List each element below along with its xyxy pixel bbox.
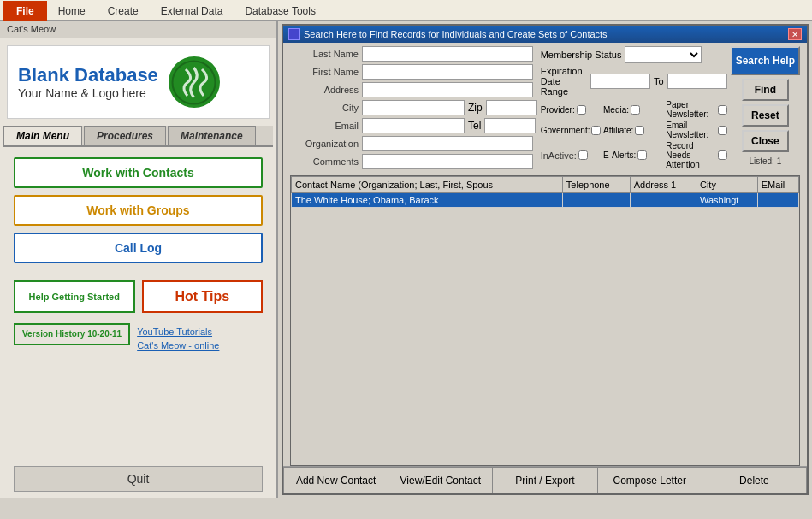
first-name-input[interactable]: [362, 64, 533, 80]
address-input[interactable]: [362, 82, 533, 97]
tab-file[interactable]: File: [3, 1, 47, 21]
city-label: City: [290, 103, 359, 113]
email-tel-row: Email Tel: [290, 118, 537, 133]
right-panel: Search Here to Find Records for Individu…: [278, 21, 812, 498]
bottom-buttons: Add New Contact View/Edit Contact Print …: [283, 466, 807, 493]
dialog-close-icon[interactable]: ✕: [788, 28, 802, 40]
paper-newsletter-checkbox[interactable]: [718, 105, 727, 115]
print-export-button[interactable]: Print / Export: [493, 467, 597, 493]
nav-buttons: Work with Contacts Work with Groups Call…: [0, 147, 276, 274]
government-checkbox[interactable]: [591, 126, 601, 135]
zip-label: Zip: [468, 102, 483, 114]
inactive-checkbox-item: InActive:: [541, 141, 602, 169]
tab-external-data[interactable]: External Data: [150, 1, 234, 21]
col-city: City: [696, 177, 757, 193]
inactive-checkbox[interactable]: [578, 150, 588, 160]
reset-button[interactable]: Reset: [742, 104, 789, 127]
tab-bar: Main Menu Procedures Maintenance: [3, 126, 273, 147]
quit-button[interactable]: Quit: [14, 466, 263, 492]
col-telephone: Telephone: [562, 177, 630, 193]
search-dialog-titlebar: Search Here to Find Records for Individu…: [283, 26, 807, 43]
results-table-container[interactable]: Contact Name (Organization; Last, First,…: [290, 175, 800, 466]
tab-create[interactable]: Create: [97, 1, 150, 21]
ealerts-checkbox[interactable]: [637, 150, 647, 160]
expiration-date-to-input[interactable]: [667, 74, 727, 89]
main-container: Cat's Meow Blank Database Your Name & Lo…: [0, 21, 812, 498]
tab-main-menu[interactable]: Main Menu: [3, 126, 82, 145]
delete-button[interactable]: Delete: [702, 467, 807, 493]
city-zip-row: City Zip: [290, 100, 537, 115]
tab-maintenance[interactable]: Maintenance: [168, 126, 256, 145]
links-column: YouTube Tutorials Cat's Meow - online: [137, 323, 219, 351]
col-address1: Address 1: [630, 177, 696, 193]
media-checkbox[interactable]: [631, 105, 640, 115]
close-button[interactable]: Close: [742, 130, 789, 152]
expiration-date-from-input[interactable]: [590, 74, 650, 89]
provider-checkbox[interactable]: [577, 105, 586, 115]
ealerts-label: E-Alerts:: [603, 150, 636, 160]
helper-row: Help Getting Started Hot Tips: [0, 274, 276, 320]
email-newsletter-checkbox[interactable]: [718, 126, 727, 135]
branding-area: Blank Database Your Name & Logo here: [7, 45, 270, 119]
to-label: To: [654, 76, 664, 86]
membership-status-label: Membership Status: [541, 50, 622, 60]
address-label: Address: [290, 85, 359, 95]
provider-label: Provider:: [541, 105, 575, 115]
add-new-contact-button[interactable]: Add New Contact: [283, 467, 388, 493]
logo-circle: [169, 56, 220, 108]
tab-procedures[interactable]: Procedures: [84, 126, 166, 145]
search-dialog-title: Search Here to Find Records for Individu…: [304, 29, 608, 39]
government-checkbox-item: Government:: [541, 121, 602, 139]
affiliate-checkbox[interactable]: [635, 126, 644, 135]
paper-newsletter-checkbox-item: Paper Newsletter:: [666, 100, 726, 119]
form-middle: Membership Status Expiration Date Range …: [541, 46, 727, 172]
view-edit-contact-button[interactable]: View/Edit Contact: [388, 467, 493, 493]
work-with-contacts-button[interactable]: Work with Contacts: [14, 157, 263, 188]
work-with-groups-button[interactable]: Work with Groups: [14, 195, 263, 226]
membership-status-row: Membership Status: [541, 46, 727, 63]
find-button[interactable]: Find: [742, 79, 789, 101]
email-label: Email: [290, 121, 359, 131]
compose-letter-button[interactable]: Compose Letter: [598, 467, 702, 493]
membership-status-select[interactable]: [625, 46, 702, 63]
record-needs-attention-checkbox-item: Record Needs Attention: [666, 141, 726, 169]
comments-row: Comments: [290, 154, 537, 169]
app-title: Blank Database: [18, 64, 158, 86]
form-right: Search Help Find Reset Close Listed: 1: [731, 46, 800, 172]
record-needs-attention-checkbox[interactable]: [718, 150, 727, 160]
government-label: Government:: [541, 126, 590, 135]
hot-tips-button[interactable]: Hot Tips: [142, 280, 264, 313]
call-log-button[interactable]: Call Log: [14, 233, 263, 263]
affiliate-checkbox-item: Affiliate:: [603, 121, 664, 139]
record-needs-attention-label: Record Needs Attention: [666, 141, 715, 169]
last-name-input[interactable]: [362, 46, 533, 62]
tel-input[interactable]: [484, 118, 536, 133]
first-name-row: First Name: [290, 64, 537, 80]
affiliate-label: Affiliate:: [603, 126, 633, 135]
table-row[interactable]: The White House; Obama, BarackWashingt: [292, 193, 799, 208]
left-panel: Cat's Meow Blank Database Your Name & Lo…: [0, 21, 278, 498]
organization-row: Organization: [290, 136, 537, 151]
tel-label: Tel: [468, 120, 481, 132]
email-input[interactable]: [362, 118, 465, 133]
search-form-area: Last Name First Name Address City: [283, 43, 807, 175]
col-contact-name: Contact Name (Organization; Last, First,…: [292, 177, 563, 193]
city-input[interactable]: [362, 100, 465, 115]
tab-home[interactable]: Home: [47, 1, 97, 21]
search-help-button[interactable]: Search Help: [731, 46, 800, 75]
email-newsletter-label: Email Newsletter:: [666, 121, 715, 139]
ribbon: File Home Create External Data Database …: [0, 0, 812, 21]
search-dialog: Search Here to Find Records for Individu…: [282, 24, 809, 495]
help-getting-started-button[interactable]: Help Getting Started: [14, 280, 135, 313]
form-left: Last Name First Name Address City: [290, 46, 537, 172]
zip-input[interactable]: [486, 100, 537, 115]
results-table: Contact Name (Organization; Last, First,…: [291, 176, 799, 208]
organization-input[interactable]: [362, 136, 533, 151]
expiration-date-label: Expiration Date Range: [541, 66, 587, 97]
organization-label: Organization: [290, 139, 359, 149]
youtube-tutorials-link[interactable]: YouTube Tutorials: [137, 327, 219, 337]
comments-input[interactable]: [362, 154, 533, 169]
ribbon-tab-bar: File Home Create External Data Database …: [0, 0, 812, 20]
cats-meow-online-link[interactable]: Cat's Meow - online: [137, 340, 219, 351]
tab-database-tools[interactable]: Database Tools: [234, 1, 327, 21]
